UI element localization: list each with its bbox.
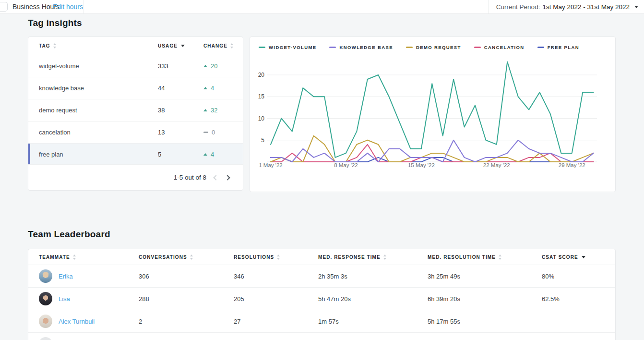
legend-item[interactable]: FREE PLAN <box>537 45 579 50</box>
tag-change-value: 4 <box>211 85 214 92</box>
sort-icon <box>73 255 76 260</box>
chart-series-widget-volume <box>271 62 594 158</box>
y-axis-tick: 20 <box>258 72 265 78</box>
pagination-label: 1-5 out of 8 <box>174 174 206 181</box>
column-header-conversations[interactable]: Conversations <box>139 255 234 260</box>
teammate-cell <box>39 337 139 340</box>
resolutions-value: 205 <box>234 295 318 303</box>
tag-table-footer: 1-5 out of 8 <box>28 164 243 190</box>
edit-hours-link[interactable]: Edit hours <box>53 3 83 11</box>
tag-change-value: 32 <box>211 107 217 114</box>
x-axis-tick: 22 May '22 <box>483 162 510 168</box>
y-axis-tick: 5 <box>261 137 264 144</box>
legend-item[interactable]: KNOWLEDGE BASE <box>329 45 393 50</box>
tag-row[interactable]: widget-volume33320 <box>28 55 243 77</box>
legend-item[interactable]: WIDGET-VOLUME <box>259 45 316 50</box>
business-hours-checkbox[interactable] <box>0 2 8 12</box>
tag-change: 20 <box>203 62 231 70</box>
teammate-link[interactable]: Erika <box>59 273 73 280</box>
column-header-label: Usage <box>158 43 178 49</box>
tag-row[interactable]: cancelation130 <box>28 121 243 143</box>
column-header-change[interactable]: Change <box>203 43 234 49</box>
med-resolution-time-value: 3h 25m 49s <box>428 273 542 280</box>
legend-swatch <box>474 47 481 48</box>
x-axis-tick: 15 May '22 <box>408 162 435 168</box>
resolutions-value: 27 <box>234 318 318 325</box>
column-header-teammate[interactable]: Teammate <box>39 255 139 260</box>
y-axis-tick: 10 <box>258 115 265 122</box>
avatar <box>39 315 52 328</box>
sort-desc-icon <box>181 45 185 47</box>
tag-name: cancelation <box>39 129 158 136</box>
leaderboard-row: Alex Turnbull2271m 57s5h 17m 55s <box>28 310 615 332</box>
conversations-value: 2 <box>139 318 234 325</box>
y-axis-tick: 15 <box>258 93 265 100</box>
column-header-med-response-time[interactable]: Med. Response Time <box>318 255 428 260</box>
pagination-prev-button[interactable] <box>213 175 218 180</box>
x-axis-tick: 1 May '22 <box>259 162 283 168</box>
top-bar: Business Hours Edit hours Current Period… <box>0 0 644 14</box>
tag-table-rows: widget-volume33320knowledge base444demo … <box>28 55 243 165</box>
leaderboard-row: Erika3063462h 35m 3s3h 25m 49s80% <box>28 265 615 287</box>
tag-usage: 38 <box>158 107 203 114</box>
avatar <box>39 337 52 340</box>
sort-icon <box>53 43 57 49</box>
column-header-usage[interactable]: Usage <box>158 43 203 49</box>
csat-score-value: 80% <box>542 273 604 280</box>
current-period-control[interactable]: Current Period: 1st May 2022 - 31st May … <box>488 0 644 13</box>
current-period-label: Current Period: <box>496 3 540 11</box>
column-header-med-resolution-time[interactable]: Med. Resolution Time <box>428 255 542 260</box>
legend-item[interactable]: DEMO REQUEST <box>406 45 461 50</box>
legend-item[interactable]: CANCELATION <box>474 45 525 50</box>
team-leaderboard-card: TeammateConversationsResolutionsMed. Res… <box>28 249 616 340</box>
chart-series-free-plan <box>271 158 594 162</box>
current-period-value: 1st May 2022 - 31st May 2022 <box>542 3 630 11</box>
legend-label: DEMO REQUEST <box>416 45 461 50</box>
top-bar-divider <box>83 0 84 13</box>
chevron-down-icon <box>634 6 638 8</box>
tag-change-value: 4 <box>211 151 214 158</box>
tag-name: demo request <box>39 107 158 114</box>
med-response-time-value: 5h 47m 20s <box>318 295 428 303</box>
leaderboard-row <box>28 332 615 340</box>
column-header-label: Resolutions <box>234 255 274 260</box>
tag-row[interactable]: demo request3832 <box>28 99 243 121</box>
trend-flat-icon <box>203 132 208 133</box>
column-header-csat-score[interactable]: CSAT Score <box>542 255 604 260</box>
teammate-link[interactable]: Alex Turnbull <box>59 318 95 325</box>
teammate-cell: Alex Turnbull <box>39 315 139 328</box>
sort-icon <box>190 255 193 260</box>
column-header-label: Med. Resolution Time <box>428 255 496 260</box>
x-axis-tick: 8 May '22 <box>334 162 358 168</box>
column-header-label: Conversations <box>139 255 187 260</box>
tag-row[interactable]: knowledge base444 <box>28 77 243 99</box>
legend-swatch <box>259 47 265 48</box>
tag-change: 4 <box>203 85 231 92</box>
legend-swatch <box>406 47 413 48</box>
teammate-link[interactable]: Lisa <box>59 295 70 303</box>
column-header-label: Med. Response Time <box>318 255 381 260</box>
leaderboard-row: Lisa2882055h 47m 20s6h 39m 20s62.5% <box>28 287 615 310</box>
tag-name: knowledge base <box>39 85 158 92</box>
column-header-resolutions[interactable]: Resolutions <box>234 255 318 260</box>
tag-change: 4 <box>203 151 231 158</box>
tag-change-value: 0 <box>212 129 215 136</box>
teammate-cell: Erika <box>39 269 139 283</box>
chart-legend: WIDGET-VOLUMEKNOWLEDGE BASEDEMO REQUESTC… <box>259 45 579 50</box>
pagination-next-button[interactable] <box>225 175 230 180</box>
tag-usage-chart: 51015201 May '228 May '2215 May '2222 Ma… <box>250 37 616 193</box>
resolutions-value: 346 <box>234 273 318 280</box>
med-resolution-time-value: 6h 39m 20s <box>428 295 542 303</box>
conversations-value: 288 <box>139 295 234 303</box>
tag-usage: 5 <box>158 151 203 158</box>
tag-change: 0 <box>203 129 231 136</box>
conversations-value: 306 <box>139 273 234 280</box>
legend-swatch <box>329 47 336 48</box>
med-response-time-value: 1m 57s <box>318 318 428 325</box>
tag-row[interactable]: free plan54 <box>28 143 243 165</box>
avatar <box>39 292 52 305</box>
tag-change: 32 <box>203 107 231 114</box>
tag-usage: 333 <box>158 62 203 70</box>
column-header-tag[interactable]: Tag <box>39 43 158 49</box>
tag-change-value: 20 <box>211 62 217 70</box>
